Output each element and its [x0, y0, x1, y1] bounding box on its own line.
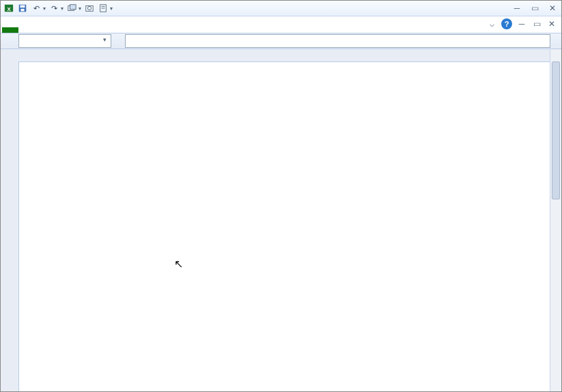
tab-file[interactable]	[2, 27, 18, 33]
name-box[interactable]: ▾	[18, 34, 111, 48]
qat-icon-1[interactable]	[66, 3, 77, 14]
title-bar: X ↶▾ ↷▾ ▾ ▾ ─ ▭ ✕	[1, 1, 561, 16]
formula-bar	[117, 34, 561, 48]
qat-icon-2[interactable]	[84, 3, 95, 14]
cell-grid[interactable]	[18, 61, 550, 391]
quick-access-toolbar: X ↶▾ ↷▾ ▾ ▾	[1, 3, 113, 14]
svg-point-8	[87, 6, 91, 10]
ribbon-minimize-icon[interactable]: ⌵	[486, 18, 497, 29]
select-all-corner[interactable]	[1, 49, 19, 62]
undo-icon[interactable]: ↶	[31, 3, 42, 14]
name-box-dropdown-icon[interactable]: ▾	[100, 36, 109, 46]
help-icon[interactable]: ?	[501, 18, 512, 29]
ribbon-right-controls: ⌵ ? ─ ▭ ✕	[486, 18, 557, 29]
window-controls: ─ ▭ ✕	[511, 3, 559, 13]
ribbon-tabs: ⌵ ? ─ ▭ ✕	[1, 16, 561, 33]
undo-dropdown-icon[interactable]: ▾	[43, 5, 46, 12]
svg-text:X: X	[7, 6, 11, 12]
column-headers	[18, 49, 550, 62]
svg-rect-6	[70, 5, 76, 10]
doc-close-icon[interactable]: ✕	[546, 18, 557, 29]
redo-dropdown-icon[interactable]: ▾	[61, 5, 64, 12]
doc-restore-icon[interactable]: ▭	[531, 18, 542, 29]
restore-button[interactable]: ▭	[529, 3, 541, 13]
minimize-button[interactable]: ─	[511, 3, 523, 13]
tab-addins[interactable]	[175, 27, 189, 33]
tab-insert[interactable]	[42, 27, 55, 33]
worksheet-area: ↖	[1, 49, 561, 391]
qat-icon-3[interactable]	[98, 3, 109, 14]
tab-home[interactable]	[23, 27, 36, 33]
tab-formulas[interactable]	[80, 27, 94, 33]
row-headers	[1, 61, 19, 391]
svg-rect-4	[20, 9, 24, 12]
tab-layout[interactable]	[61, 27, 74, 33]
formula-input[interactable]	[125, 34, 550, 48]
tab-review[interactable]	[118, 27, 132, 33]
close-button[interactable]: ✕	[546, 3, 559, 13]
formula-bar-row: ▾	[1, 33, 561, 49]
qat-customize-icon[interactable]: ▾	[110, 5, 113, 12]
tab-data[interactable]	[99, 27, 113, 33]
svg-rect-3	[20, 5, 25, 8]
excel-icon: X	[3, 3, 14, 14]
redo-icon[interactable]: ↷	[48, 3, 59, 14]
qat-drop-1[interactable]: ▾	[79, 5, 81, 12]
excel-window: X ↶▾ ↷▾ ▾ ▾ ─ ▭ ✕ ⌵ ? ─	[0, 0, 562, 392]
doc-minimize-icon[interactable]: ─	[516, 18, 527, 29]
tab-view[interactable]	[137, 27, 151, 33]
vertical-scrollbar[interactable]	[550, 49, 561, 391]
scrollbar-thumb[interactable]	[552, 61, 560, 199]
tab-dev[interactable]	[156, 27, 170, 33]
save-icon[interactable]	[17, 3, 28, 14]
